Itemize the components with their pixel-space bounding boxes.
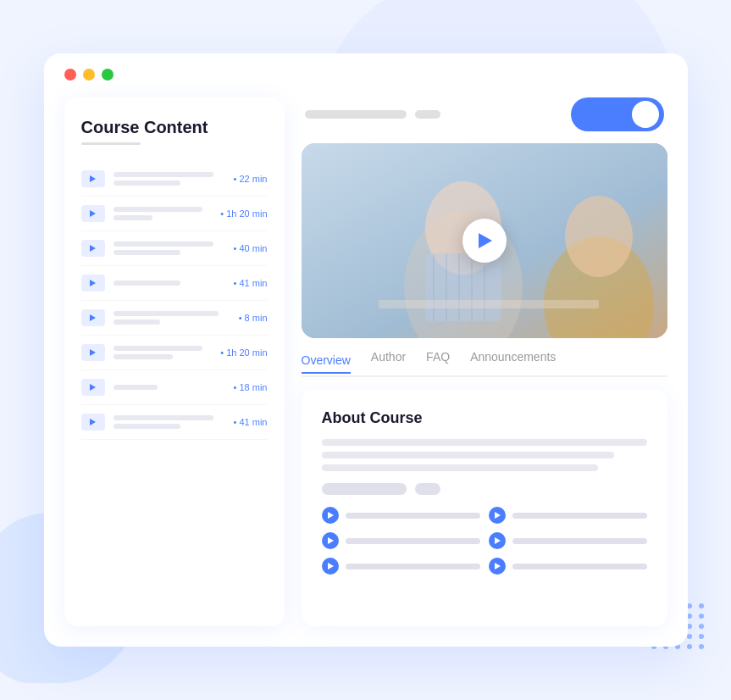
top-bar [302,97,667,131]
feature-bar-1 [346,513,480,519]
feature-grid [322,507,647,575]
play-icon [479,233,492,248]
item-bars-1 [114,172,225,186]
breadcrumb-bar-2 [415,110,440,119]
course-item-2[interactable]: • 1h 20 min [81,197,268,231]
close-button[interactable] [64,69,76,81]
course-item-3[interactable]: • 40 min [81,231,268,266]
course-item-4[interactable]: • 41 min [81,266,268,301]
course-item-8[interactable]: • 41 min [81,405,268,440]
feature-play-icon-3 [322,532,339,549]
item-bar [114,415,214,420]
item-bars-8 [114,415,225,429]
about-course-card: About Course [302,389,667,626]
play-button[interactable] [462,219,507,263]
feature-item-1 [322,507,480,524]
item-duration-8: • 41 min [234,417,268,427]
feature-bar-3 [346,538,480,544]
feature-play-icon-4 [489,532,506,549]
window-header [44,53,688,89]
right-panel: Overview Author FAQ Announcements About … [302,97,667,626]
item-bars-7 [114,385,225,390]
video-overlay [302,143,667,338]
main-window: Course Content • 22 min [44,53,688,647]
feature-item-6 [489,558,647,575]
video-icon-7 [81,379,105,396]
video-icon-3 [81,240,105,257]
feature-play-icon-5 [322,558,339,575]
video-icon-2 [81,205,105,222]
toggle-button[interactable] [571,97,664,131]
maximize-button[interactable] [102,69,114,81]
breadcrumb-bar [305,110,407,119]
about-pill-2 [415,483,440,495]
top-bar-left [305,110,440,119]
window-body: Course Content • 22 min [44,89,688,647]
feature-item-3 [322,532,480,549]
video-icon-6 [81,344,105,361]
about-pill-1 [322,483,407,495]
item-bar [114,346,202,351]
feature-item-5 [322,558,480,575]
feature-bar-2 [512,513,647,519]
item-duration-6: • 1h 20 min [220,347,267,358]
item-bar [114,354,173,359]
feature-play-icon-2 [489,507,506,524]
about-pill-row [322,483,647,495]
item-bars-2 [114,207,213,220]
tab-overview[interactable]: Overview [302,353,351,374]
toggle-knob [632,101,659,128]
item-bar [114,242,214,247]
desc-line-3 [322,464,598,471]
video-icon-5 [81,309,105,326]
course-item-1[interactable]: • 22 min [81,162,268,197]
page-background: Course Content • 22 min [0,0,731,700]
feature-bar-4 [512,538,647,544]
item-duration-1: • 22 min [234,174,268,184]
item-duration-3: • 40 min [234,243,268,253]
feature-item-2 [489,507,647,524]
item-bar [114,172,214,177]
feature-item-4 [489,532,647,549]
course-content-title: Course Content [81,118,268,137]
course-content-panel: Course Content • 22 min [64,97,285,626]
desc-line-2 [322,452,615,458]
item-duration-4: • 41 min [234,278,268,288]
item-bars-6 [114,346,213,359]
tab-announcements[interactable]: Announcements [470,350,556,369]
item-bar [114,385,158,390]
item-duration-7: • 18 min [234,382,268,392]
feature-play-icon-6 [489,558,506,575]
tabs-bar: Overview Author FAQ Announcements [302,350,667,377]
item-bar [114,250,180,255]
item-bar [114,207,202,212]
video-icon-1 [81,170,105,187]
feature-play-icon-1 [322,507,339,524]
desc-line-1 [322,439,647,446]
title-underline [81,142,141,145]
item-bar [114,424,180,429]
feature-bar-5 [346,564,480,569]
item-bar [114,281,180,286]
item-bar [114,181,180,186]
course-item-6[interactable]: • 1h 20 min [81,336,268,370]
item-duration-5: • 8 min [239,313,268,323]
about-course-title: About Course [322,409,647,427]
item-bar [114,311,219,316]
tab-faq[interactable]: FAQ [426,350,450,369]
video-icon-4 [81,275,105,292]
item-duration-2: • 1h 20 min [220,208,267,219]
about-description-lines [322,439,647,471]
item-bars-3 [114,242,225,255]
video-player[interactable] [302,143,667,338]
item-bar [114,215,153,220]
course-item-7[interactable]: • 18 min [81,370,268,405]
feature-bar-6 [512,564,647,569]
tab-author[interactable]: Author [371,350,406,369]
minimize-button[interactable] [83,69,95,81]
course-item-5[interactable]: • 8 min [81,301,268,336]
item-bars-5 [114,311,230,325]
item-bar [114,319,160,325]
video-icon-8 [81,414,105,431]
item-bars-4 [114,281,225,286]
